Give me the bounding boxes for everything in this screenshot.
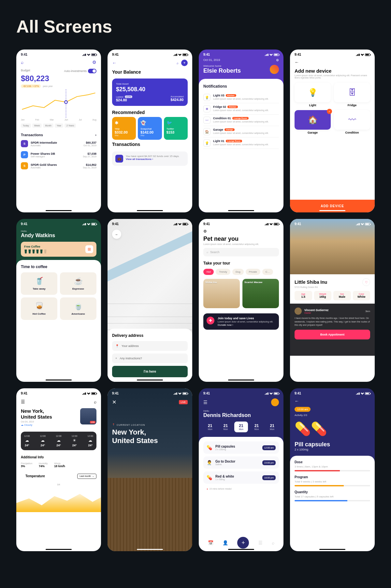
coffee-card[interactable]: 🥃Hot Coffee <box>21 297 57 320</box>
device-card[interactable]: 🗄 <box>334 83 370 102</box>
transactions-title: Transactions <box>21 133 43 137</box>
hourly-forecast[interactable]: 12:00☁24°12:00☁24°12:00☁24°12:00☀24°12:0… <box>21 432 96 450</box>
auto-invest-label: Auto-investments <box>64 69 87 73</box>
avatar[interactable] <box>271 398 279 406</box>
chip-2years[interactable]: 2 Years <box>65 123 76 128</box>
auto-invest-toggle[interactable] <box>88 69 96 73</box>
recommendation-card[interactable]: 🐦Twitter$153 <box>164 117 188 140</box>
filter-tab[interactable]: Trendy <box>216 269 230 275</box>
delivery-title: Delivery address <box>112 333 188 338</box>
qr-icon[interactable]: ⊞ <box>85 245 93 253</box>
change-badge: +$7,638 / +37% <box>21 84 41 88</box>
search-icon[interactable]: ⌕ <box>21 60 23 65</box>
pet-card[interactable]: Shiba Inu <box>203 279 240 308</box>
filter-icon[interactable]: ⚙ <box>199 228 283 235</box>
add-button[interactable]: + <box>181 60 188 66</box>
plus-icon: + <box>115 357 117 360</box>
notification-item[interactable]: 🏠GarageGarageLorem ipsum dolor sit amet,… <box>203 126 279 137</box>
pet-stat: Weight16kg <box>314 291 332 300</box>
book-button[interactable]: Book Appoitment <box>295 330 370 339</box>
filter-tab[interactable]: C… <box>262 269 273 275</box>
transaction-row[interactable]: SSPDR IntermediateAutomatic$60,337Oct 01… <box>16 138 101 149</box>
pet-card[interactable]: Scarlet Macaw <box>242 279 279 308</box>
device-card[interactable]: 💡 <box>295 83 331 102</box>
search-icon[interactable]: ⌕ <box>94 399 96 404</box>
search-icon[interactable]: ⌕ <box>177 61 179 65</box>
view-all-link[interactable]: View all transactions › <box>126 158 180 161</box>
close-icon[interactable]: ✕ <box>112 399 116 405</box>
back-icon[interactable]: ← <box>290 58 375 66</box>
join-banner[interactable]: ✚ Join today and save LivesLorem ipsum d… <box>203 313 279 330</box>
avatar[interactable] <box>270 65 279 74</box>
back-icon[interactable]: ← <box>290 397 375 405</box>
chip-week[interactable]: Week <box>32 123 42 128</box>
schedule-item[interactable]: 👨‍⚕️Go to DoctorSeline15:00 pm <box>203 456 279 469</box>
device-card[interactable]: ✓🏠 <box>295 110 331 130</box>
recommended-title: Recommended <box>108 108 192 117</box>
day-selector[interactable]: 21Mon <box>250 422 264 432</box>
status-bar: 9:41 <box>16 50 101 58</box>
instructions-input[interactable]: +Any instructions? <box>112 353 188 363</box>
menu-icon[interactable]: ☰ <box>21 399 25 404</box>
pin-icon: 📍 <box>112 423 115 426</box>
day-selector[interactable]: 21Mon <box>203 422 217 432</box>
chip-today[interactable]: Today <box>21 123 31 128</box>
location-label: 📍CURRENT LOCATION <box>112 423 188 426</box>
metric-row: Dose3 times | 8am, 13pm & 10pm <box>295 460 370 471</box>
favorite-button[interactable]: ♡ <box>362 278 370 286</box>
additional-info-title: Additional Info <box>16 453 101 461</box>
transactions-box[interactable]: 💼 You have spent $4,927.92 funds over 15… <box>112 151 188 166</box>
recommendation-card[interactable]: ✱Yelp$332.00/mo <box>112 117 136 140</box>
notification-item[interactable]: 〰Condition 01Lounge RoomLorem ipsum dolo… <box>203 115 279 126</box>
owner-avatar[interactable] <box>295 308 302 315</box>
transaction-row[interactable]: PPower Shares DBSelf-managed$7,038Sep 27… <box>16 149 101 160</box>
coffee-card[interactable]: ☕Espresso <box>60 272 96 295</box>
search-input[interactable]: ⌕Search <box>203 248 279 256</box>
notification-item[interactable]: ❄Fridge 02KitchenLorem ipsum dolor sit a… <box>203 103 279 115</box>
budget-amount: $80,223 <box>16 74 101 83</box>
filter-tab[interactable]: Private <box>246 269 260 275</box>
coffee-card[interactable]: 🍵Americano <box>60 297 96 320</box>
filter-tab[interactable]: Hot <box>203 269 214 275</box>
tour-title: Take your tour <box>199 260 283 267</box>
im-here-button[interactable]: I'm here <box>112 366 188 377</box>
recommendation-card[interactable]: 👻Snapchat$142.00/mo <box>138 117 162 140</box>
schedule-item[interactable]: 💊Pill capsules2 x 100mg12:00 am <box>203 441 279 454</box>
menu-icon[interactable]: ☰ <box>203 400 208 405</box>
day-selector[interactable]: 21Mon <box>219 422 233 432</box>
schedule-item[interactable]: 💊Red & white1 x 50mg18:00 pm <box>203 471 279 484</box>
search-icon[interactable]: ⌕ <box>272 540 274 545</box>
notification-item[interactable]: 💡Light 03KitchenLorem ipsum dolor sit am… <box>203 92 279 103</box>
pet-stat: SexMale <box>333 291 351 300</box>
pet-stat: Age1.5 <box>295 291 312 300</box>
chip-month[interactable]: Month <box>43 123 53 128</box>
weather-condition: ☁ Cloudy <box>21 423 52 426</box>
list-icon[interactable]: ☰ <box>258 540 263 545</box>
notification-item[interactable]: 💡Light 01Lounge RoomLorem ipsum dolor si… <box>203 137 279 149</box>
day-selector[interactable]: 21Mon <box>234 422 248 432</box>
promo-card[interactable]: Free Coffee ⊞ <box>21 242 96 257</box>
settings-icon[interactable]: ⚙ <box>276 58 279 62</box>
city-thumbnail[interactable]: LIVE <box>80 408 96 424</box>
pets-title: Pet near you <box>199 235 283 243</box>
hello-label: Hello <box>16 228 101 233</box>
coffee-card[interactable]: 🥤Take away <box>21 272 57 295</box>
date-label: Oct 01, 2019 <box>203 58 220 62</box>
chevron-right-icon[interactable]: › <box>95 133 96 137</box>
add-button[interactable]: + <box>237 537 249 549</box>
chip-year[interactable]: Year <box>55 123 63 128</box>
months-axis: JanFebMarJunJulAug <box>16 119 101 121</box>
donate-link[interactable]: Donate now › <box>218 323 273 326</box>
back-button[interactable]: ← <box>112 230 121 239</box>
filter-tab[interactable]: Dog <box>232 269 244 275</box>
filter-icon[interactable]: ⚙ <box>92 60 96 65</box>
day-selector[interactable]: 21Mon <box>265 422 279 432</box>
profile-icon[interactable]: 👤 <box>223 540 228 545</box>
calendar-icon[interactable]: 📅 <box>208 540 213 545</box>
period-dropdown[interactable]: Last month⌄ <box>77 474 96 479</box>
transaction-row[interactable]: SSPDR Gold SharesAutomatic$14,862Sep 21,… <box>16 160 101 171</box>
device-card[interactable]: 〰 <box>334 110 370 130</box>
balance-card[interactable]: Total Asset $25,508.40 Lastest+12%$24.80… <box>112 79 188 106</box>
back-icon[interactable]: ← <box>112 60 117 65</box>
address-input[interactable]: 📍Your address <box>112 341 188 351</box>
